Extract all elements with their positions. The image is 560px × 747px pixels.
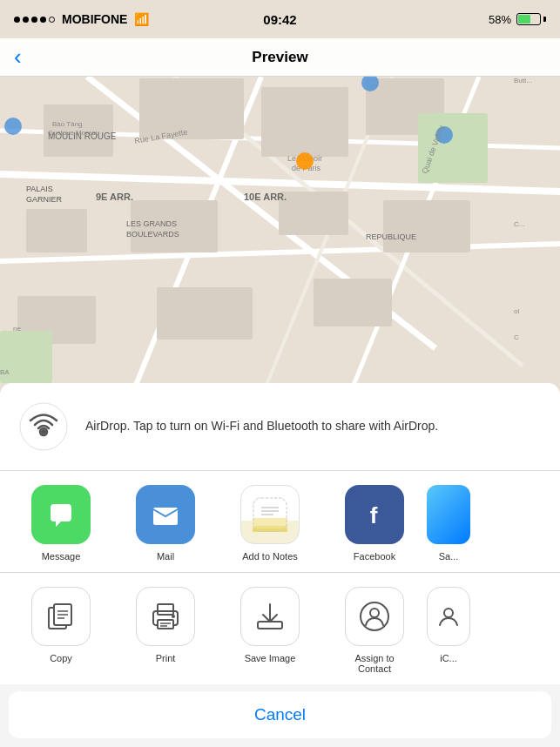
battery-icon <box>516 13 546 25</box>
save-image-label: Save Image <box>245 653 296 663</box>
svg-rect-15 <box>279 192 348 235</box>
share-sheet: AirDrop. Tap to turn on Wi-Fi and Blueto… <box>0 383 560 747</box>
copy-label: Copy <box>50 653 72 663</box>
action-save-image[interactable]: Save Image <box>218 587 322 663</box>
status-left: MOBIFONE 📶 <box>14 12 149 26</box>
extra-app-icon <box>427 485 470 544</box>
svg-point-85 <box>444 609 453 617</box>
message-app-icon <box>31 485 91 544</box>
dot4 <box>40 17 46 23</box>
status-right: 58% <box>489 13 546 26</box>
svg-rect-13 <box>26 209 87 252</box>
extra-app-label: Sa... <box>439 551 459 562</box>
airdrop-icon <box>17 400 70 453</box>
carrier-label: MOBIFONE <box>62 12 127 26</box>
share-app-facebook[interactable]: f Facebook <box>322 485 427 562</box>
svg-point-34 <box>361 74 379 91</box>
svg-rect-16 <box>383 200 470 252</box>
svg-point-78 <box>172 615 175 618</box>
svg-text:ne: ne <box>13 325 21 333</box>
svg-text:10E ARR.: 10E ARR. <box>244 192 287 202</box>
notes-app-label: Add to Notes <box>242 551 298 562</box>
battery-percent: 58% <box>489 13 511 26</box>
nav-bar: ‹ Preview <box>0 38 560 77</box>
svg-text:C...: C... <box>514 220 524 228</box>
airdrop-section[interactable]: AirDrop. Tap to turn on Wi-Fi and Blueto… <box>0 383 560 471</box>
share-app-mail[interactable]: Mail <box>113 485 218 562</box>
facebook-app-icon: f <box>345 485 404 544</box>
svg-point-84 <box>370 609 379 617</box>
svg-text:REPUBLIQUE: REPUBLIQUE <box>366 232 416 241</box>
print-icon-box <box>136 587 195 646</box>
action-row: Copy Print <box>0 573 560 684</box>
svg-text:GARNIER: GARNIER <box>26 195 63 204</box>
facebook-app-label: Facebook <box>354 551 395 562</box>
svg-text:f: f <box>370 502 378 528</box>
svg-text:ol: ol <box>514 307 519 315</box>
action-copy[interactable]: Copy <box>9 587 113 663</box>
cancel-button[interactable]: Cancel <box>9 691 551 738</box>
svg-rect-11 <box>261 87 348 157</box>
mail-app-label: Mail <box>157 551 174 562</box>
svg-point-36 <box>296 152 314 170</box>
share-app-extra[interactable]: Sa... <box>427 485 470 562</box>
assign-contact-icon-box <box>345 587 404 646</box>
svg-rect-77 <box>158 620 173 629</box>
wifi-icon: 📶 <box>134 12 149 26</box>
share-app-message[interactable]: Message <box>9 485 113 562</box>
app-share-row: Message Mail <box>0 471 560 573</box>
share-app-notes[interactable]: Add to Notes <box>218 485 322 562</box>
action-assign-contact[interactable]: Assign to Contact <box>322 587 427 674</box>
share-content: AirDrop. Tap to turn on Wi-Fi and Blueto… <box>0 383 560 747</box>
svg-text:C: C <box>514 333 519 341</box>
svg-rect-81 <box>258 622 282 629</box>
svg-text:Bào Tàng: Bào Tàng <box>52 120 83 128</box>
dot3 <box>31 17 37 23</box>
battery-tip <box>543 17 546 22</box>
svg-text:Gustave Moreau: Gustave Moreau <box>48 129 99 137</box>
status-time: 09:42 <box>263 12 296 27</box>
status-bar: MOBIFONE 📶 09:42 58% <box>0 0 560 38</box>
nav-title: Preview <box>252 49 307 66</box>
action-extra[interactable]: iC... <box>427 587 470 663</box>
svg-point-35 <box>4 118 22 135</box>
svg-rect-10 <box>139 78 244 139</box>
airdrop-description: AirDrop. Tap to turn on Wi-Fi and Blueto… <box>85 418 438 435</box>
notes-app-icon <box>240 485 300 544</box>
back-button[interactable]: ‹ <box>14 44 22 71</box>
dot5 <box>49 17 55 23</box>
battery-body <box>516 13 541 25</box>
extra-action-label: iC... <box>440 653 457 663</box>
dot2 <box>23 17 29 23</box>
svg-text:9E ARR.: 9E ARR. <box>96 192 133 202</box>
copy-icon-box <box>31 587 91 646</box>
svg-rect-19 <box>314 279 392 326</box>
print-label: Print <box>156 653 176 663</box>
svg-rect-18 <box>157 287 253 340</box>
action-print[interactable]: Print <box>113 587 218 663</box>
dot1 <box>14 17 20 23</box>
svg-text:BA: BA <box>0 368 10 376</box>
svg-point-56 <box>41 429 46 434</box>
assign-contact-label: Assign to Contact <box>344 653 405 674</box>
svg-text:PALAIS: PALAIS <box>26 185 53 193</box>
svg-text:Butt...: Butt... <box>514 77 532 84</box>
signal-dots <box>14 17 55 23</box>
mail-app-icon <box>136 485 195 544</box>
extra-action-icon-box <box>427 587 470 646</box>
svg-text:LES GRANDS: LES GRANDS <box>126 219 177 228</box>
svg-rect-76 <box>158 604 173 615</box>
save-image-icon-box <box>240 587 300 646</box>
message-app-label: Message <box>42 551 81 562</box>
svg-text:BOULEVARDS: BOULEVARDS <box>126 230 179 239</box>
cancel-section: Cancel <box>0 684 560 747</box>
battery-fill <box>518 15 530 24</box>
